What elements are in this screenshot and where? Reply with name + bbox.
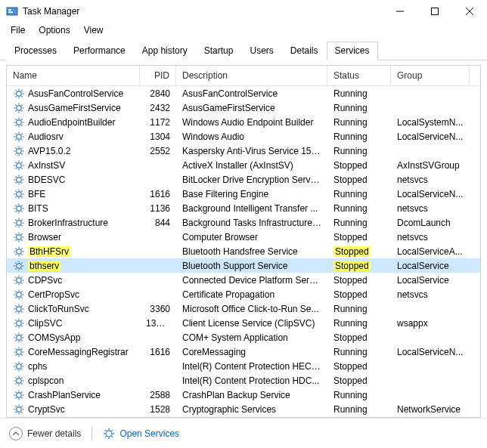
close-button[interactable] <box>452 0 487 23</box>
table-row[interactable]: AsusGameFirstService2432AsusGameFirstSer… <box>7 100 480 115</box>
svg-line-140 <box>21 291 22 292</box>
svg-line-59 <box>21 162 22 162</box>
table-row[interactable]: CryptSvc1528Cryptographic ServicesRunnin… <box>7 402 480 416</box>
table-row[interactable]: BrokerInfrastructure844Background Tasks … <box>7 215 480 230</box>
column-header-pid[interactable]: PID <box>140 66 176 85</box>
service-description: Background Tasks Infrastructure ... <box>176 218 327 228</box>
table-row[interactable]: CrashPlanService2588CrashPlan Backup Ser… <box>7 388 480 402</box>
svg-point-178 <box>17 363 21 368</box>
service-name: Audiosrv <box>7 131 140 143</box>
service-status: Stopped <box>327 361 391 372</box>
table-row[interactable]: AudioEndpointBuilder1172Windows Audio En… <box>7 115 480 129</box>
table-row[interactable]: Audiosrv1304Windows AudioRunningLocalSer… <box>7 129 480 144</box>
gear-icon <box>13 231 25 243</box>
gear-icon <box>13 260 25 272</box>
table-row[interactable]: BthHFSrvBluetooth Handsfree ServiceStopp… <box>7 244 480 258</box>
table-row[interactable]: ClickToRunSvc3360Microsoft Office Click-… <box>7 301 480 316</box>
service-description: Kaspersky Anti-Virus Service 15.0.2 <box>176 146 327 156</box>
tab-processes[interactable]: Processes <box>6 42 65 60</box>
table-row[interactable]: CertPropSvcCertificate PropagationStoppe… <box>7 287 480 301</box>
svg-line-156 <box>15 320 16 320</box>
column-header-group[interactable]: Group <box>391 66 470 85</box>
gear-icon <box>13 131 25 143</box>
svg-line-132 <box>15 283 16 283</box>
svg-line-76 <box>21 196 22 197</box>
svg-line-40 <box>21 139 22 140</box>
service-pid: 1616 <box>140 189 176 199</box>
menu-view[interactable]: View <box>78 23 110 37</box>
table-row[interactable]: ClipSVC13764Client License Service (Clip… <box>7 316 480 330</box>
gear-icon <box>13 389 25 401</box>
svg-line-49 <box>21 153 22 154</box>
gear-icon <box>13 303 25 315</box>
table-row[interactable]: BDESVCBitLocker Drive Encryption Service… <box>7 172 480 187</box>
service-group: netsvcs <box>391 232 470 243</box>
menu-options[interactable]: Options <box>33 23 76 37</box>
titlebar: Task Manager <box>0 0 487 23</box>
service-status: Running <box>327 318 391 329</box>
column-header-name[interactable]: Name <box>7 66 140 85</box>
table-row[interactable]: BrowserComputer BrowserStoppednetsvcs <box>7 230 480 244</box>
table-row[interactable]: BFE1616Base Filtering EngineRunningLocal… <box>7 187 480 201</box>
service-status: Running <box>327 146 391 156</box>
svg-point-88 <box>17 220 21 224</box>
table-row[interactable]: CDPSvcConnected Device Platform Servi...… <box>7 273 480 287</box>
services-table: Name PID Description Status Group AsusFa… <box>6 65 481 418</box>
open-services-link[interactable]: Open Services <box>103 428 179 440</box>
svg-line-112 <box>21 254 22 255</box>
column-header-status[interactable]: Status <box>327 66 391 85</box>
service-description: CrashPlan Backup Service <box>176 390 327 400</box>
svg-point-160 <box>17 335 21 339</box>
svg-line-12 <box>15 90 16 91</box>
table-row[interactable]: AVP15.0.22552Kaspersky Anti-Virus Servic… <box>7 144 480 158</box>
svg-line-213 <box>15 412 16 412</box>
fewer-details-button[interactable]: Fewer details <box>9 427 81 440</box>
tab-users[interactable]: Users <box>241 42 281 60</box>
service-group: LocalServiceA... <box>391 246 470 257</box>
service-name: CDPSvc <box>7 274 140 286</box>
service-description: Background Intelligent Transfer ... <box>176 203 327 214</box>
service-group: LocalService <box>391 261 470 271</box>
service-group: NetworkService <box>391 404 470 415</box>
svg-line-158 <box>21 320 22 320</box>
minimize-button[interactable] <box>383 0 417 23</box>
svg-line-212 <box>21 406 22 406</box>
service-pid: 1172 <box>140 117 176 128</box>
svg-line-67 <box>21 182 22 183</box>
table-row[interactable]: AsusFanControlService2840AsusFanControlS… <box>7 86 480 100</box>
svg-line-95 <box>21 219 22 220</box>
svg-line-51 <box>15 153 16 154</box>
table-row[interactable]: BITS1136Background Intelligent Transfer … <box>7 201 480 215</box>
gear-icon <box>13 159 25 171</box>
svg-line-50 <box>21 147 22 148</box>
table-row[interactable]: AxInstSVActiveX Installer (AxInstSV)Stop… <box>7 158 480 172</box>
table-body[interactable]: AsusFanControlService2840AsusFanControlS… <box>7 86 480 417</box>
svg-line-96 <box>15 225 16 226</box>
table-row[interactable]: CoreMessagingRegistrar1616CoreMessagingR… <box>7 344 480 359</box>
svg-line-41 <box>21 133 22 134</box>
table-row[interactable]: cphsIntel(R) Content Protection HECI...S… <box>7 359 480 373</box>
menu-file[interactable]: File <box>5 23 31 37</box>
tab-details[interactable]: Details <box>282 42 327 60</box>
svg-line-60 <box>15 168 16 168</box>
service-group: netsvcs <box>391 175 470 185</box>
table-row[interactable]: cplspconIntel(R) Content Protection HDC.… <box>7 373 480 388</box>
service-description: ActiveX Installer (AxInstSV) <box>176 160 327 171</box>
service-status: Stopped <box>327 160 391 171</box>
table-row[interactable]: COMSysAppCOM+ System ApplicationStopped <box>7 330 480 344</box>
table-row[interactable]: bthservBluetooth Support ServiceStoppedL… <box>7 258 480 273</box>
tab-app-history[interactable]: App history <box>134 42 196 60</box>
maximize-button[interactable] <box>417 0 452 23</box>
service-status: Running <box>327 88 391 99</box>
service-group: LocalServiceN... <box>391 131 470 142</box>
svg-point-142 <box>17 306 21 311</box>
svg-line-177 <box>15 354 16 355</box>
service-description: Client License Service (ClipSVC) <box>176 318 327 329</box>
service-name: BITS <box>7 202 140 215</box>
column-header-description[interactable]: Description <box>176 66 327 85</box>
tab-services[interactable]: Services <box>327 42 378 60</box>
service-pid: 844 <box>140 218 176 228</box>
tab-startup[interactable]: Startup <box>196 42 242 60</box>
tab-performance[interactable]: Performance <box>65 42 134 60</box>
service-name: cphs <box>7 360 140 372</box>
